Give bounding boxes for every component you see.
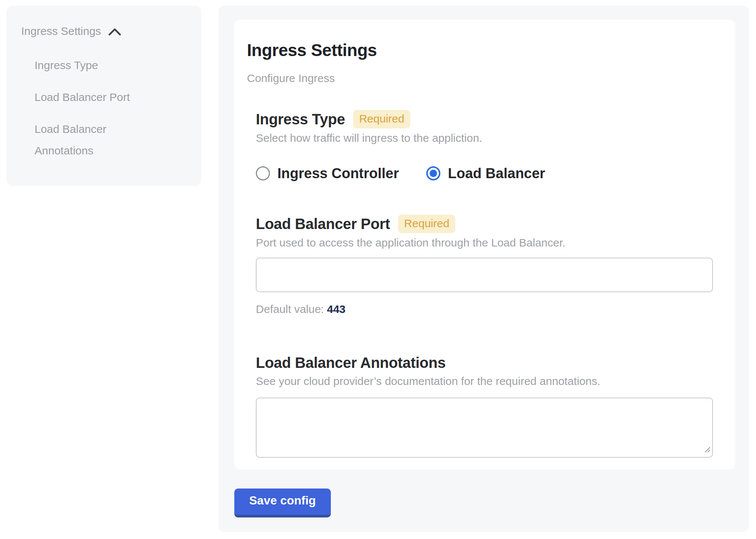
radio-option-ingress-controller[interactable]: Ingress Controller [256,165,399,182]
section-load-balancer-annotations: Load Balancer Annotations See your cloud… [256,354,713,458]
section-ingress-type: Ingress Type Required Select how traffic… [256,110,713,182]
required-badge: Required [398,215,455,233]
annotations-textarea-wrap [256,398,713,458]
default-value-label: Default value: [256,303,324,315]
section-title: Ingress Type [256,110,345,128]
section-description: See your cloud provider’s documentation … [256,374,713,389]
radio-label: Load Balancer [448,165,545,182]
page-subtitle: Configure Ingress [247,71,713,85]
required-badge: Required [353,110,410,128]
section-description: Port used to access the application thro… [256,235,713,250]
radio-label: Ingress Controller [277,165,399,182]
sidebar-section-label: Ingress Settings [21,24,101,38]
sidebar-item-ingress-type[interactable]: Ingress Type [35,55,157,76]
sidebar-section-toggle[interactable]: Ingress Settings [21,24,190,38]
radio-selected-icon[interactable] [426,166,440,180]
load-balancer-annotations-textarea[interactable] [256,398,713,458]
chevron-up-icon [108,28,121,36]
page-title: Ingress Settings [247,40,713,60]
main-panel: Ingress Settings Configure Ingress Ingre… [218,6,749,532]
section-title: Load Balancer Port [256,215,390,233]
save-config-button[interactable]: Save config [234,489,331,517]
radio-option-load-balancer[interactable]: Load Balancer [426,165,545,182]
sidebar-item-load-balancer-annotations[interactable]: Load Balancer Annotations [35,118,157,161]
default-value: 443 [327,303,345,315]
sidebar-item-load-balancer-port[interactable]: Load Balancer Port [35,86,157,108]
section-title: Load Balancer Annotations [256,354,446,372]
settings-sidebar: Ingress Settings Ingress Type Load Balan… [7,6,201,186]
ingress-type-radio-group: Ingress Controller Load Balancer [256,165,713,182]
sidebar-item-list: Ingress Type Load Balancer Port Load Bal… [35,55,190,161]
ingress-settings-card: Ingress Settings Configure Ingress Ingre… [234,20,735,470]
section-description: Select how traffic will ingress to the a… [256,131,713,146]
default-value-line: Default value:443 [256,302,713,317]
section-load-balancer-port: Load Balancer Port Required Port used to… [256,215,713,317]
resize-handle-icon[interactable] [704,446,711,455]
radio-unselected-icon[interactable] [256,166,270,180]
load-balancer-port-input[interactable] [256,258,713,292]
